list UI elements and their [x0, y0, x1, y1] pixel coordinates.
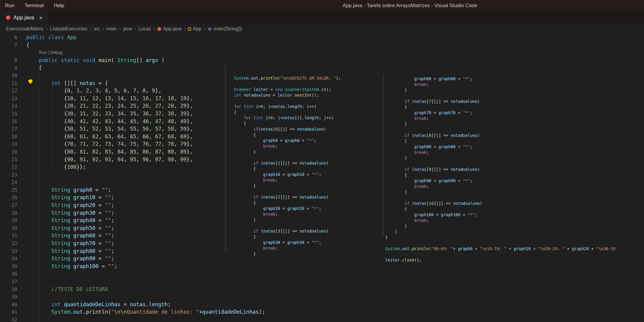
- editor-sash[interactable]: [383, 74, 383, 237]
- code-line[interactable]: }: [234, 183, 341, 189]
- line-number[interactable]: 11: [0, 80, 26, 87]
- line-number[interactable]: 23: [0, 171, 26, 179]
- code-line[interactable]: if (notas[7][j] == notadoaluno): [385, 99, 617, 104]
- line-number[interactable]: 39: [0, 293, 26, 301]
- code-line[interactable]: 9 {: [0, 64, 644, 72]
- code-line[interactable]: if (notas[9][j] == notadoaluno): [385, 167, 617, 172]
- line-number[interactable]: 26: [0, 194, 26, 202]
- line-number[interactable]: 19: [0, 140, 26, 148]
- code-line[interactable]: }: [385, 87, 617, 93]
- code-line[interactable]: }: [385, 235, 617, 240]
- code-line[interactable]: 40 int quantidadeDeLinhas = notas.length…: [0, 301, 644, 309]
- code-line[interactable]: 35 String graph100 = "";: [0, 263, 644, 270]
- code-line[interactable]: [234, 189, 341, 194]
- code-line[interactable]: graph0 = graph0 + "*";: [234, 138, 341, 143]
- line-number[interactable]: 7: [0, 41, 26, 49]
- code-line[interactable]: graph90 = graph90 + "*";: [385, 178, 617, 184]
- breadcrumb-item-java[interactable]: java: [123, 26, 132, 32]
- code-line[interactable]: graph10 = graph10 + "*";: [234, 172, 341, 177]
- code-line[interactable]: {: [234, 166, 341, 172]
- code-line[interactable]: }: [385, 223, 617, 229]
- line-number[interactable]: 16: [0, 118, 26, 126]
- code-line[interactable]: break;: [234, 143, 341, 149]
- code-line[interactable]: break;: [385, 218, 617, 223]
- code-line[interactable]: 36: [0, 270, 644, 278]
- code-line[interactable]: 38 //TESTE DE LEITURA: [0, 286, 644, 293]
- line-number[interactable]: 42: [0, 316, 26, 322]
- line-number[interactable]: 41: [0, 308, 26, 316]
- breadcrumb-item-app[interactable]: App: [188, 26, 201, 32]
- breadcrumb-item-exerciciodematriz[interactable]: ExerciciodeMatriz: [6, 26, 44, 32]
- line-number[interactable]: 27: [0, 202, 26, 209]
- code-line[interactable]: [385, 195, 617, 201]
- breadcrumb-item-main-string-[interactable]: main(String[]): [208, 26, 242, 32]
- code-line[interactable]: graph30 = graph30 + "*";: [234, 240, 341, 245]
- line-number[interactable]: 21: [0, 156, 26, 164]
- code-line[interactable]: break;: [234, 177, 341, 183]
- editor-sash[interactable]: [225, 65, 226, 252]
- code-line[interactable]: graph100 = graph100 + "*";: [385, 212, 617, 218]
- line-number[interactable]: 24: [0, 179, 26, 186]
- line-number[interactable]: 40: [0, 301, 26, 309]
- code-line[interactable]: [385, 161, 617, 167]
- line-number[interactable]: 31: [0, 232, 26, 240]
- line-number[interactable]: 29: [0, 217, 26, 225]
- line-number[interactable]: 13: [0, 95, 26, 103]
- code-line[interactable]: if (notas[8][j] == notadoaluno): [385, 133, 617, 138]
- breadcrumb-item-main[interactable]: main: [106, 26, 117, 32]
- menu-run[interactable]: Run: [0, 0, 19, 11]
- code-line[interactable]: graph80 = graph80 + "*";: [385, 144, 617, 150]
- code-line[interactable]: break;: [385, 116, 617, 121]
- line-number[interactable]: 14: [0, 102, 26, 110]
- codelens-row[interactable]: Run | Debug: [0, 49, 644, 57]
- line-number[interactable]: 38: [0, 286, 26, 293]
- line-number[interactable]: 22: [0, 163, 26, 171]
- code-line[interactable]: }: [234, 217, 341, 223]
- code-line[interactable]: 41 System.out.println("\n\nQuantidade de…: [0, 308, 644, 316]
- line-number[interactable]: 10: [0, 72, 26, 80]
- line-number[interactable]: 25: [0, 186, 26, 194]
- code-editor[interactable]: 6public class App7{Run | Debug8 public s…: [0, 34, 644, 322]
- code-line[interactable]: {: [234, 121, 341, 126]
- code-line[interactable]: {: [234, 200, 341, 206]
- code-line[interactable]: {: [234, 234, 341, 240]
- tab-app-java[interactable]: App.java ×: [0, 11, 48, 24]
- code-line[interactable]: break;: [385, 82, 617, 87]
- code-line[interactable]: [385, 252, 617, 257]
- code-line[interactable]: {: [385, 138, 617, 144]
- code-line[interactable]: [234, 98, 341, 104]
- code-line[interactable]: 42: [0, 316, 644, 322]
- code-line[interactable]: }: [385, 229, 617, 235]
- code-line[interactable]: break;: [385, 150, 617, 155]
- code-line[interactable]: leitor.close();: [385, 257, 617, 263]
- line-number[interactable]: 34: [0, 255, 26, 263]
- line-number[interactable]: 28: [0, 209, 26, 217]
- line-number[interactable]: 35: [0, 263, 26, 270]
- code-line[interactable]: break;: [385, 184, 617, 189]
- code-line[interactable]: [234, 155, 341, 160]
- line-number[interactable]: 32: [0, 240, 26, 247]
- code-line[interactable]: {: [234, 132, 341, 138]
- code-line[interactable]: {: [385, 206, 617, 212]
- code-line[interactable]: graph70 = graph70 + "*";: [385, 110, 617, 116]
- code-line[interactable]: break;: [234, 245, 341, 251]
- code-line[interactable]: {: [385, 172, 617, 178]
- code-line[interactable]: int notadoaluno = leitor.nextInt();: [234, 92, 341, 98]
- code-line[interactable]: }: [234, 149, 341, 155]
- menu-help[interactable]: Help: [49, 0, 69, 11]
- line-number[interactable]: 20: [0, 148, 26, 156]
- code-line[interactable]: 6public class App: [0, 34, 644, 41]
- code-line[interactable]: System.out.println("00-09: "+ graph0 + "…: [385, 246, 617, 252]
- code-line[interactable]: }: [385, 189, 617, 195]
- code-line[interactable]: }: [385, 121, 617, 127]
- line-number[interactable]: 33: [0, 247, 26, 255]
- codelens-run-debug[interactable]: Run | Debug: [39, 49, 62, 57]
- lightbulb-icon[interactable]: [28, 79, 32, 83]
- code-line[interactable]: graph20 = graph20 + "*";: [234, 206, 341, 211]
- code-line[interactable]: for (int i=0; i<notas.length; i++): [234, 104, 341, 109]
- close-icon[interactable]: ×: [39, 15, 43, 21]
- code-line[interactable]: if (notas[2][j] == notadoaluno): [234, 194, 341, 200]
- line-number[interactable]: 15: [0, 110, 26, 118]
- code-line[interactable]: graph60 = graph60 + "*";: [385, 76, 617, 82]
- breadcrumb-item-app-java[interactable]: App.java: [157, 26, 182, 32]
